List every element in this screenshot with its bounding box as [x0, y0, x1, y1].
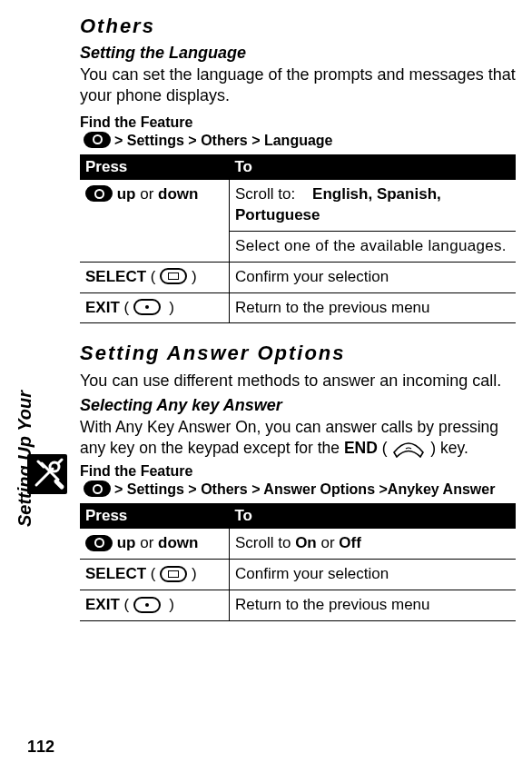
main-content: Others Setting the Language You can set … — [80, 15, 516, 621]
to-cell-confirm: Confirm your selection — [230, 560, 517, 590]
nav-up-label: up — [117, 534, 141, 551]
anykey-desc-post: key. — [440, 439, 468, 457]
exit-softkey-label: EXIT — [85, 596, 120, 613]
find-the-feature-label: Find the Feature — [80, 463, 516, 480]
col-header-to: To — [230, 154, 517, 180]
col-header-to: To — [230, 503, 517, 529]
press-cell-select: SELECT ( ) — [80, 262, 230, 292]
menu-path-language: > Settings > Others > Language — [80, 133, 516, 149]
section-side-label: Setting Up Your — [15, 391, 35, 527]
nav-down-label: down — [158, 185, 198, 203]
nav-up-label: up — [117, 185, 141, 203]
press-cell-nav: up or down — [80, 180, 230, 262]
softkey-pill-icon — [133, 299, 161, 315]
nav-or-label: or — [140, 185, 153, 203]
to-cell-select-one: Select one of the available languages. — [230, 231, 517, 262]
table-row: SELECT ( ) Confirm your selection — [80, 560, 516, 590]
select-softkey-label: SELECT — [85, 565, 146, 582]
page-number: 112 — [27, 738, 54, 757]
anykey-procedure-table: Press To up or down Scroll to On or — [80, 503, 516, 621]
heading-answer-options: Setting Answer Options — [80, 334, 516, 365]
anykey-desc-pre: With Any Key Answer On, you can answer c… — [80, 418, 498, 457]
nav-pill-icon — [85, 535, 113, 551]
option-off: Off — [339, 534, 361, 551]
press-cell-select: SELECT ( ) — [80, 560, 230, 590]
softkey-pill-icon — [160, 268, 187, 284]
language-description: You can set the language of the prompts … — [80, 64, 516, 107]
table-row: EXIT ( ) Return to the previous menu — [80, 292, 516, 323]
to-cell-scroll-options: Scroll to: English, Spanish, Portuguese — [230, 180, 517, 231]
menu-path-text: > Settings > Others > Answer Options >An… — [114, 481, 495, 498]
press-cell-nav: up or down — [80, 529, 230, 559]
table-row: SELECT ( ) Confirm your selection — [80, 262, 516, 292]
answer-description: You can use different methods to answer … — [80, 371, 516, 391]
softkey-pill-icon — [160, 566, 187, 582]
softkey-pill-icon — [133, 597, 161, 613]
exit-softkey-label: EXIT — [85, 299, 120, 316]
select-softkey-label: SELECT — [85, 268, 146, 285]
table-header-row: Press To — [80, 154, 516, 180]
table-row: up or down Scroll to: English, Spanish, … — [80, 180, 516, 231]
end-key-label: END — [344, 439, 378, 457]
subheading-anykey: Selecting Any key Answer — [80, 396, 516, 415]
menu-pill-icon — [84, 132, 111, 148]
table-row: EXIT ( ) Return to the previous menu — [80, 590, 516, 621]
to-cell-scroll-on-off: Scroll to On or Off — [230, 529, 517, 559]
col-header-press: Press — [80, 503, 230, 529]
menu-path-anykey: > Settings > Others > Answer Options >An… — [80, 481, 516, 498]
manual-page: Others Setting the Language You can set … — [0, 0, 532, 773]
find-the-feature-label: Find the Feature — [80, 114, 516, 131]
heading-others: Others — [80, 15, 516, 38]
nav-down-label: down — [158, 534, 198, 551]
nav-pill-icon — [85, 185, 113, 202]
paren-close: ) — [430, 439, 436, 457]
subheading-setting-language: Setting the Language — [80, 44, 516, 63]
scroll-to-prefix: Scroll to: — [235, 185, 295, 203]
option-or: or — [320, 534, 339, 551]
table-header-row: Press To — [80, 503, 516, 529]
to-cell-confirm: Confirm your selection — [230, 262, 517, 292]
end-key-icon — [393, 440, 424, 458]
language-procedure-table: Press To up or down Scroll to: Eng — [80, 154, 516, 324]
press-cell-exit: EXIT ( ) — [80, 590, 230, 621]
to-cell-return: Return to the previous menu — [230, 292, 517, 323]
menu-pill-icon — [84, 481, 111, 497]
option-on: On — [295, 534, 317, 551]
to-cell-return: Return to the previous menu — [230, 590, 517, 621]
table-row: up or down Scroll to On or Off — [80, 529, 516, 559]
col-header-press: Press — [80, 154, 230, 180]
press-cell-exit: EXIT ( ) — [80, 292, 230, 323]
anykey-description: With Any Key Answer On, you can answer c… — [80, 417, 516, 459]
nav-or-label: or — [140, 534, 153, 551]
menu-path-text: > Settings > Others > Language — [114, 133, 333, 149]
paren-open: ( — [382, 439, 388, 457]
scroll-prefix: Scroll to — [235, 534, 295, 551]
